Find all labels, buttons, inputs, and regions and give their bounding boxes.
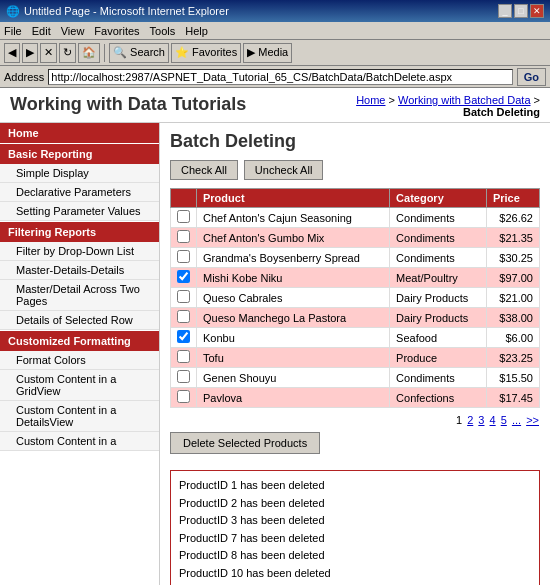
row-category: Condiments — [390, 248, 487, 268]
sidebar-item-simple-display[interactable]: Simple Display — [0, 164, 159, 183]
page-link-next[interactable]: >> — [526, 414, 539, 426]
row-category: Condiments — [390, 368, 487, 388]
status-box: ProductID 1 has been deletedProductID 2 … — [170, 470, 540, 585]
row-product: Queso Manchego La Pastora — [197, 308, 390, 328]
status-message: ProductID 1 has been deleted — [179, 477, 531, 495]
status-message: ProductID 10 has been deleted — [179, 565, 531, 583]
row-price: $38.00 — [486, 308, 539, 328]
row-price: $21.00 — [486, 288, 539, 308]
main-area: Batch Deleting Check All Uncheck All Pro… — [160, 123, 550, 585]
address-label: Address — [4, 71, 44, 83]
page-link-5[interactable]: 5 — [501, 414, 507, 426]
sidebar-section-home[interactable]: Home — [0, 123, 159, 143]
status-message: ProductID 7 has been deleted — [179, 530, 531, 548]
sidebar-section-customized-formatting[interactable]: Customized Formatting — [0, 331, 159, 351]
row-checkbox[interactable] — [177, 290, 190, 303]
col-header-price: Price — [486, 189, 539, 208]
row-checkbox-cell — [171, 208, 197, 228]
menu-favorites[interactable]: Favorites — [94, 25, 139, 37]
browser-icon: 🌐 — [6, 5, 20, 18]
row-product: Konbu — [197, 328, 390, 348]
search-btn[interactable]: 🔍 Search — [109, 43, 169, 63]
favorites-btn[interactable]: ⭐ Favorites — [171, 43, 241, 63]
check-all-button[interactable]: Check All — [170, 160, 238, 180]
sidebar-item-custom-content-gridview[interactable]: Custom Content in a GridView — [0, 370, 159, 401]
page-link-3[interactable]: 3 — [478, 414, 484, 426]
row-price: $21.35 — [486, 228, 539, 248]
row-checkbox[interactable] — [177, 370, 190, 383]
sidebar: Home Basic Reporting Simple Display Decl… — [0, 123, 160, 585]
menu-edit[interactable]: Edit — [32, 25, 51, 37]
close-btn[interactable]: ✕ — [530, 4, 544, 18]
go-button[interactable]: Go — [517, 68, 546, 86]
row-checkbox[interactable] — [177, 350, 190, 363]
table-row: Mishi Kobe Niku Meat/Poultry $97.00 — [171, 268, 540, 288]
sidebar-section-filtering-reports[interactable]: Filtering Reports — [0, 222, 159, 242]
page-content: Working with Data Tutorials Home > Worki… — [0, 88, 550, 585]
table-row: Genen Shouyu Condiments $15.50 — [171, 368, 540, 388]
col-header-product: Product — [197, 189, 390, 208]
sidebar-item-filter-dropdown[interactable]: Filter by Drop-Down List — [0, 242, 159, 261]
sidebar-item-master-detail-pages[interactable]: Master/Detail Across Two Pages — [0, 280, 159, 311]
row-price: $17.45 — [486, 388, 539, 408]
address-input[interactable] — [48, 69, 512, 85]
row-product: Pavlova — [197, 388, 390, 408]
row-checkbox-cell — [171, 368, 197, 388]
back-btn[interactable]: ◀ — [4, 43, 20, 63]
row-checkbox[interactable] — [177, 330, 190, 343]
row-price: $30.25 — [486, 248, 539, 268]
row-checkbox-cell — [171, 388, 197, 408]
row-checkbox[interactable] — [177, 310, 190, 323]
menu-tools[interactable]: Tools — [150, 25, 176, 37]
delete-selected-button[interactable]: Delete Selected Products — [170, 432, 320, 454]
sidebar-item-custom-content-detailsview[interactable]: Custom Content in a DetailsView — [0, 401, 159, 432]
stop-btn[interactable]: ✕ — [40, 43, 57, 63]
home-btn[interactable]: 🏠 — [78, 43, 100, 63]
breadcrumb-home[interactable]: Home — [356, 94, 385, 106]
window-controls[interactable]: _ □ ✕ — [498, 4, 544, 18]
row-checkbox[interactable] — [177, 270, 190, 283]
site-title: Working with Data Tutorials — [10, 94, 246, 115]
page-link-2[interactable]: 2 — [467, 414, 473, 426]
row-checkbox[interactable] — [177, 250, 190, 263]
row-checkbox[interactable] — [177, 390, 190, 403]
row-price: $97.00 — [486, 268, 539, 288]
table-row: Queso Manchego La Pastora Dairy Products… — [171, 308, 540, 328]
row-checkbox-cell — [171, 248, 197, 268]
menu-help[interactable]: Help — [185, 25, 208, 37]
status-message: ProductID 2 has been deleted — [179, 495, 531, 513]
table-row: Chef Anton's Gumbo Mix Condiments $21.35 — [171, 228, 540, 248]
status-message: ProductID 3 has been deleted — [179, 512, 531, 530]
row-checkbox[interactable] — [177, 210, 190, 223]
breadcrumb-parent[interactable]: Working with Batched Data — [398, 94, 530, 106]
page-link-ellipsis[interactable]: ... — [512, 414, 521, 426]
menu-view[interactable]: View — [61, 25, 85, 37]
sidebar-item-declarative-parameters[interactable]: Declarative Parameters — [0, 183, 159, 202]
row-category: Condiments — [390, 228, 487, 248]
uncheck-all-button[interactable]: Uncheck All — [244, 160, 323, 180]
row-product: Chef Anton's Cajun Seasoning — [197, 208, 390, 228]
media-btn[interactable]: ▶ Media — [243, 43, 292, 63]
page-link-4[interactable]: 4 — [490, 414, 496, 426]
row-category: Produce — [390, 348, 487, 368]
minimize-btn[interactable]: _ — [498, 4, 512, 18]
forward-btn[interactable]: ▶ — [22, 43, 38, 63]
row-category: Dairy Products — [390, 288, 487, 308]
row-checkbox[interactable] — [177, 230, 190, 243]
main-layout: Home Basic Reporting Simple Display Decl… — [0, 123, 550, 585]
table-row: Queso Cabrales Dairy Products $21.00 — [171, 288, 540, 308]
table-row: Chef Anton's Cajun Seasoning Condiments … — [171, 208, 540, 228]
row-price: $6.00 — [486, 328, 539, 348]
row-category: Condiments — [390, 208, 487, 228]
refresh-btn[interactable]: ↻ — [59, 43, 76, 63]
maximize-btn[interactable]: □ — [514, 4, 528, 18]
sidebar-item-details-selected-row[interactable]: Details of Selected Row — [0, 311, 159, 330]
breadcrumb: Home > Working with Batched Data > Batch… — [356, 94, 540, 118]
sidebar-item-setting-parameter-values[interactable]: Setting Parameter Values — [0, 202, 159, 221]
sidebar-item-custom-content-other[interactable]: Custom Content in a — [0, 432, 159, 451]
sidebar-item-master-details[interactable]: Master-Details-Details — [0, 261, 159, 280]
separator — [104, 44, 105, 62]
menu-file[interactable]: File — [4, 25, 22, 37]
sidebar-section-basic-reporting[interactable]: Basic Reporting — [0, 144, 159, 164]
sidebar-item-format-colors[interactable]: Format Colors — [0, 351, 159, 370]
